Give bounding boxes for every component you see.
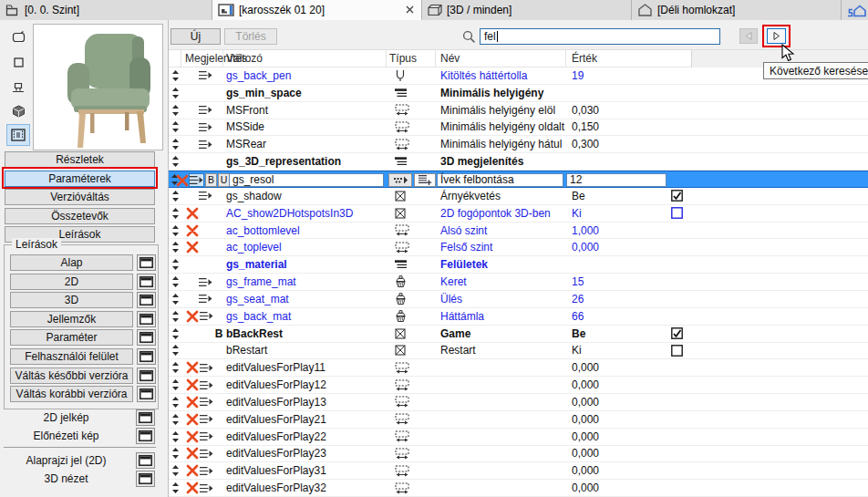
table-row[interactable]: BUgs_resolÍvek felbontása12 (169, 171, 868, 188)
script-button-3[interactable]: Jellemzők (10, 311, 133, 327)
table-row[interactable]: MSSideMinimális helyigény oldalt0,150 (169, 119, 868, 137)
param-value[interactable]: 0,000 (567, 396, 671, 409)
param-display-name[interactable]: Alsó szint (436, 224, 567, 237)
hide-parameter-x-icon[interactable] (186, 241, 199, 254)
hide-parameter-x-icon[interactable] (186, 396, 199, 409)
param-value[interactable]: 1,000 (567, 224, 671, 237)
preview-mode-2d-symbol-icon[interactable] (6, 26, 30, 47)
param-value[interactable]: 0,000 (567, 378, 671, 391)
value-checkbox[interactable] (671, 345, 700, 357)
param-display-name[interactable]: Keret (436, 275, 567, 288)
param-display-name[interactable]: Kitöltés háttértolla (436, 69, 567, 82)
param-value[interactable]: 0,300 (567, 138, 671, 150)
open-window-button[interactable] (137, 292, 156, 308)
type-length-icon[interactable] (388, 121, 436, 133)
param-display-name[interactable]: Restart (436, 344, 567, 357)
row-reorder-handle[interactable] (169, 379, 181, 390)
row-reorder-handle[interactable] (169, 88, 181, 98)
script-button-4[interactable]: Paraméter (10, 329, 133, 346)
row-reorder-handle[interactable] (169, 465, 181, 476)
param-display-name[interactable]: Ülés (436, 293, 567, 305)
row-reorder-handle[interactable] (169, 311, 181, 322)
row-reorder-handle[interactable] (169, 105, 181, 116)
open-window-button[interactable] (136, 409, 155, 426)
display-in-list-icon[interactable] (199, 294, 214, 304)
variable-name[interactable]: ac_bottomlevel (224, 224, 388, 237)
type-title-icon[interactable] (388, 88, 436, 98)
table-row[interactable]: gs_seat_matÜlés26 (169, 291, 868, 308)
row-reorder-handle[interactable] (169, 139, 181, 150)
find-next-button[interactable] (767, 28, 786, 44)
row-reorder-handle[interactable] (169, 208, 181, 219)
variable-name[interactable]: editValuesForPlay21 (224, 413, 388, 426)
param-value[interactable]: Ki (567, 207, 671, 220)
variable-name[interactable]: editValuesForPlay12 (224, 378, 388, 391)
param-display-name[interactable]: Minimális helyigény hátul (436, 138, 567, 150)
display-in-list-icon[interactable] (199, 414, 213, 424)
script-button-2[interactable]: 3D (10, 292, 133, 308)
value-checkbox[interactable] (671, 207, 700, 219)
row-reorder-handle[interactable] (169, 70, 181, 81)
variable-name[interactable]: MSFront (224, 104, 388, 117)
type-boolean-icon[interactable] (388, 328, 436, 339)
variable-name[interactable]: editValuesForPlay32 (224, 481, 388, 494)
open-window-button[interactable] (137, 329, 156, 346)
display-in-list-icon[interactable] (199, 483, 213, 493)
table-row[interactable]: gs_shadowÁrnyékvetésBe (169, 188, 868, 205)
hide-parameter-x-icon[interactable] (186, 361, 199, 374)
display-in-list-icon[interactable] (199, 431, 213, 441)
type-length-icon[interactable] (388, 413, 436, 425)
type-boolean-icon[interactable] (388, 191, 436, 202)
sidebar-item-version[interactable]: Verzióváltás (5, 189, 155, 205)
hide-parameter-x-icon[interactable] (176, 174, 189, 187)
table-row[interactable]: editValuesForPlay230,000 (169, 446, 868, 463)
hide-parameter-x-icon[interactable] (186, 378, 199, 391)
open-window-button[interactable] (137, 348, 156, 365)
param-value[interactable]: 0,000 (567, 464, 671, 477)
row-reorder-handle[interactable] (169, 362, 181, 373)
table-row[interactable]: editValuesForPlay130,000 (169, 394, 868, 411)
param-value[interactable]: Be (567, 327, 671, 340)
param-display-name[interactable]: Minimális helyigény (436, 87, 567, 99)
open-window-button[interactable] (136, 428, 155, 444)
table-row[interactable]: editValuesForPlay110,000 (169, 359, 868, 377)
row-reorder-handle[interactable] (169, 448, 181, 459)
table-row[interactable]: MSRearMinimális helyigény hátul0,300 (169, 136, 868, 153)
type-boolean-icon[interactable] (388, 208, 436, 219)
col-header-value[interactable]: Érték (572, 52, 597, 65)
display-in-list-icon[interactable] (199, 191, 214, 201)
close-icon[interactable] (404, 4, 416, 16)
hide-parameter-x-icon[interactable] (186, 224, 199, 237)
param-value[interactable]: 15 (567, 275, 671, 288)
type-length-icon[interactable] (388, 224, 436, 236)
row-reorder-handle[interactable] (169, 121, 181, 132)
open-window-button[interactable] (137, 368, 156, 384)
param-value[interactable]: 0,000 (567, 361, 671, 374)
table-row[interactable]: editValuesForPlay120,000 (169, 377, 868, 394)
preview-mode-2d-plan-icon[interactable] (6, 51, 30, 73)
display-in-list-icon[interactable] (199, 449, 213, 459)
value-checkbox[interactable] (671, 190, 700, 202)
row-reorder-handle[interactable] (169, 431, 181, 442)
table-row[interactable]: editValuesForPlay220,000 (169, 429, 868, 446)
variable-name[interactable]: editValuesForPlay13 (224, 396, 388, 409)
variable-name[interactable]: AC_show2DHotspotsIn3D (224, 207, 388, 220)
row-reorder-handle[interactable] (169, 294, 181, 305)
row-reorder-handle[interactable] (169, 482, 181, 493)
param-display-name[interactable]: Game (436, 327, 567, 340)
variable-name[interactable]: gs_3D_representation (224, 155, 388, 168)
type-pen-icon[interactable] (388, 69, 436, 82)
table-row[interactable]: BbBackRestGameBe (169, 326, 868, 343)
variable-name-input[interactable]: gs_resol (229, 173, 384, 188)
variable-name[interactable]: gs_shadow (224, 190, 388, 202)
table-row[interactable]: gs_3D_representation3D megjelenítés (169, 153, 868, 171)
row-reorder-handle[interactable] (169, 328, 181, 339)
bold-flag-button[interactable]: B (205, 173, 217, 188)
row-reorder-handle[interactable] (169, 276, 181, 287)
open-window-button[interactable] (137, 311, 156, 327)
param-display-name-input[interactable]: Ívek felbontása (437, 173, 563, 188)
variable-name[interactable]: MSRear (224, 138, 388, 150)
param-value[interactable]: 0,000 (567, 481, 671, 494)
variable-name[interactable]: editValuesForPlay11 (224, 361, 388, 374)
table-row[interactable]: ac_toplevelFelső szint0,000 (169, 239, 868, 256)
